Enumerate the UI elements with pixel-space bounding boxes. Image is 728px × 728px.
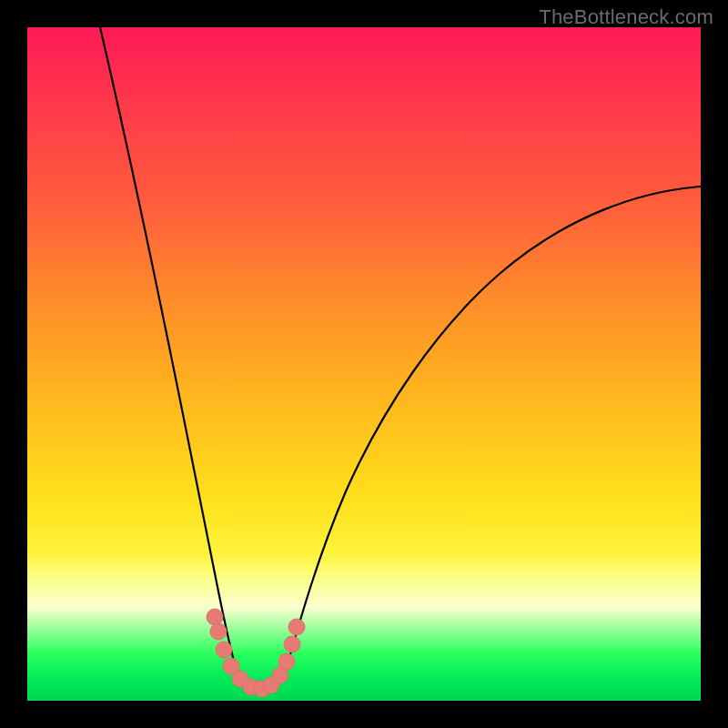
marker-point (288, 619, 305, 635)
plot-area (27, 27, 701, 701)
watermark-text: TheBottleneck.com (539, 5, 713, 29)
marker-point (284, 636, 300, 652)
marker-point (210, 623, 227, 640)
curve-left-branch (100, 27, 235, 664)
curve-right-branch (288, 187, 701, 664)
marker-point (278, 653, 295, 670)
marker-point (207, 609, 223, 625)
marker-point (216, 642, 232, 658)
curve-layer (27, 27, 701, 701)
chart-frame: TheBottleneck.com (0, 0, 728, 728)
